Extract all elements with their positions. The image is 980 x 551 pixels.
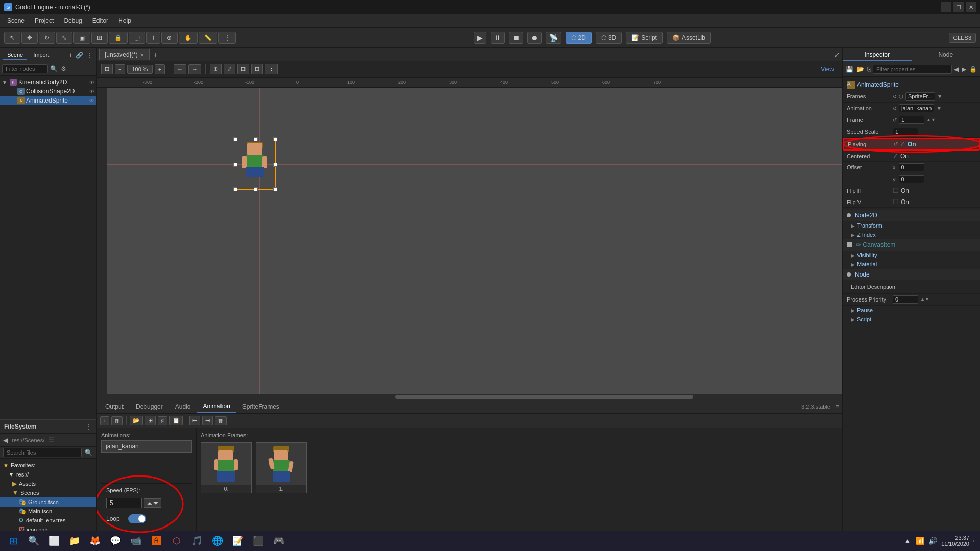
ruler-tool[interactable]: 📏	[199, 32, 217, 44]
nav-back-button[interactable]: ◀	[2, 436, 9, 445]
more-options[interactable]: ⋮	[265, 64, 278, 74]
taskbar-vscode[interactable]: 📝	[229, 532, 247, 550]
menu-debug[interactable]: Debug	[59, 16, 87, 26]
taskbar-terminal[interactable]: ⬛	[249, 532, 267, 550]
offset-y-input[interactable]	[899, 175, 924, 183]
visibility-button[interactable]: 👁	[89, 89, 94, 94]
zindex-subsection[interactable]: ▶ Z Index	[843, 230, 980, 239]
file-item-ground[interactable]: 🎭 Ground.tscn	[0, 497, 96, 507]
file-item-scenes[interactable]: ▼ Scenes	[0, 488, 96, 497]
frames-dropdown[interactable]: SpriteFr...	[905, 92, 935, 101]
tree-item-animatedsprite[interactable]: A AnimatedSprite 👁	[0, 96, 96, 105]
grid-view-button[interactable]: ⊞	[145, 416, 156, 425]
pivot-tool[interactable]: ⊕	[161, 32, 178, 44]
viewport[interactable]: -300 -200 -100 0 100 200 300 400 500 600…	[97, 78, 842, 394]
add-node-button[interactable]: +	[68, 51, 74, 60]
handle-mid-left[interactable]	[233, 163, 237, 167]
tab-scene[interactable]: Scene	[3, 51, 27, 60]
inspector-lock-button[interactable]: 🔒	[968, 65, 978, 74]
tab-spriteframes[interactable]: SpriteFrames	[236, 401, 285, 412]
zoom-minus[interactable]: −	[115, 64, 125, 74]
tree-item-kinematicbody2d[interactable]: ▼ K KinematicBody2D 👁	[0, 78, 96, 87]
animation-name-input[interactable]	[101, 440, 192, 453]
prop-reset-frames[interactable]: ↺	[893, 94, 897, 99]
speed-stepper[interactable]: ⏶⏷	[144, 498, 161, 508]
maximize-button[interactable]: ☐	[953, 2, 964, 12]
priority-stepper[interactable]: ▲▼	[920, 297, 929, 302]
panel-settings-button[interactable]: ⋮	[85, 51, 93, 60]
assetlib-button[interactable]: 📦 AssetLib	[667, 32, 711, 44]
search-files-button[interactable]: 🔍	[84, 448, 93, 457]
zoom-plus[interactable]: +	[155, 64, 165, 74]
frame-all[interactable]: ⤢	[224, 64, 235, 74]
tab-audio[interactable]: Audio	[169, 401, 197, 412]
animated-sprite-section[interactable]: A AnimatedSprite	[843, 79, 980, 91]
centered-checkbox[interactable]: ✓	[893, 152, 898, 160]
handle-top-right[interactable]	[273, 137, 277, 141]
close-button[interactable]: ✕	[966, 2, 976, 12]
file-item-res-root[interactable]: ▼ res://	[0, 470, 96, 479]
copy-frame-button[interactable]: ⎘	[158, 416, 167, 425]
load-frames-button[interactable]: 📂	[130, 416, 143, 425]
visibility-button[interactable]: 👁	[89, 80, 94, 85]
filesystem-layout-button[interactable]: ☰	[47, 436, 55, 445]
handle-top-left[interactable]	[233, 137, 237, 141]
filter-properties-input[interactable]	[873, 65, 952, 74]
handle-bot-mid[interactable]	[254, 187, 258, 191]
tab-animation[interactable]: Animation	[197, 400, 236, 413]
taskbar-sound[interactable]: 🔊	[928, 537, 937, 545]
center-view[interactable]: ⊕	[210, 64, 222, 74]
file-item-env[interactable]: ⚙ default_env.tres	[0, 516, 96, 525]
taskbar-app6[interactable]: ⬡	[167, 532, 186, 550]
handle-top-mid[interactable]	[254, 137, 258, 141]
menu-editor[interactable]: Editor	[87, 16, 113, 26]
tab-import[interactable]: Import	[29, 51, 53, 60]
prop-reset-playing[interactable]: ↺	[894, 141, 898, 147]
bone-tool[interactable]: ⟩	[146, 32, 160, 44]
task-view-button[interactable]: ⬜	[45, 532, 63, 550]
view-2d-button[interactable]: ⬡ 2D	[566, 32, 592, 44]
number-stepper[interactable]: ▲▼	[926, 117, 936, 122]
move-tool[interactable]: ✥	[21, 32, 38, 44]
file-item-main[interactable]: 🎭 Main.tscn	[0, 507, 96, 516]
record-button[interactable]: ⏺	[527, 32, 542, 44]
sprite-container[interactable]	[235, 139, 276, 190]
frame-0[interactable]: 0:	[201, 442, 252, 493]
move-frame-right-button[interactable]: ⇥	[202, 416, 213, 425]
tab-node[interactable]: Node	[912, 49, 981, 61]
snap-tool[interactable]: ⊞	[91, 32, 108, 44]
tab-debugger[interactable]: Debugger	[130, 401, 169, 412]
taskbar-zoom[interactable]: 📹	[127, 532, 145, 550]
pause-subsection[interactable]: ▶ Pause	[843, 306, 980, 315]
prop-reset-frame[interactable]: ↺	[893, 117, 897, 123]
taskbar-firefox[interactable]: 🦊	[86, 532, 104, 550]
minimize-button[interactable]: —	[941, 2, 951, 12]
view-3d-button[interactable]: ⬡ 3D	[596, 32, 622, 44]
scale-tool[interactable]: ⤡	[56, 32, 72, 44]
frame-1[interactable]: 1:	[256, 442, 307, 493]
add-anim-button[interactable]: +	[100, 416, 109, 425]
show-hidden-icons[interactable]: ▲	[903, 536, 912, 545]
loop-toggle[interactable]	[128, 514, 146, 523]
speed-scale-input[interactable]	[893, 128, 918, 136]
inspector-copy-button[interactable]: ⎘	[866, 65, 872, 74]
snap-button[interactable]: ⊞	[101, 64, 113, 74]
handle-mid-right[interactable]	[273, 163, 277, 167]
inspector-save-button[interactable]: 💾	[845, 65, 854, 74]
flip-h-checkbox[interactable]: ☐	[893, 187, 899, 194]
search-files-input[interactable]	[3, 448, 82, 457]
speed-fps-input[interactable]	[106, 498, 142, 508]
taskbar-godot[interactable]: 🎮	[270, 532, 288, 550]
handle-bot-right[interactable]	[273, 187, 277, 191]
delete-anim-button[interactable]: 🗑	[111, 416, 123, 425]
tree-item-collisionshape2d[interactable]: C CollisionShape2D 👁	[0, 87, 96, 96]
tab-inspector[interactable]: Inspector	[843, 49, 912, 61]
start-button[interactable]: ⊞	[4, 532, 22, 550]
pan-tool[interactable]: ✋	[179, 32, 198, 44]
move-frame-right[interactable]: →	[188, 64, 201, 74]
select-mode[interactable]: ▣	[74, 32, 90, 44]
node-section[interactable]: Node	[843, 269, 980, 280]
bottom-panel-settings[interactable]: ≡	[835, 402, 840, 411]
search-nodes-button[interactable]: 🔍	[49, 64, 59, 73]
taskbar-edge[interactable]: 🌐	[208, 532, 227, 550]
